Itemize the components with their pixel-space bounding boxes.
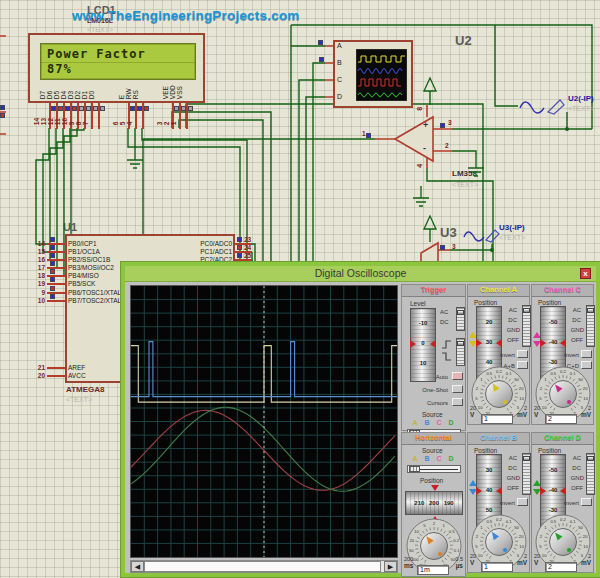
svg-text:0.1: 0.1 [570, 371, 576, 376]
svg-text:0.5: 0.5 [449, 529, 455, 534]
u1-pin-number: 20 [32, 372, 45, 379]
u1-pin-name: PC1/ADC1 [152, 248, 232, 255]
trigger-cursors-button[interactable] [452, 398, 463, 406]
proteus-workspace: www.TheEngineeringProjects.com LCD1 LM01… [0, 0, 600, 578]
u1-pin-number: 9 [32, 289, 45, 296]
channel-a-header: Channel A [480, 285, 517, 294]
state-square [440, 245, 445, 250]
channel-b-invert-button[interactable] [517, 498, 528, 506]
oscilloscope-component[interactable] [333, 40, 413, 108]
oscilloscope-display [130, 285, 398, 558]
svg-text:10: 10 [583, 544, 588, 549]
u3-probe-label: U3(-IP) [499, 224, 525, 233]
horizontal-panel: Horizontal Source ABCD Position 210 200 … [401, 432, 466, 577]
svg-text:20: 20 [583, 386, 588, 391]
svg-text:10: 10 [519, 396, 524, 401]
rising-edge-icon [441, 340, 452, 349]
state-square [319, 57, 324, 62]
u2-probe-placeholder: <TEXT> [568, 105, 594, 113]
u1-pin-number: 18 [32, 272, 45, 279]
svg-text:10: 10 [542, 405, 547, 410]
trigger-edge-toggle[interactable] [456, 338, 465, 366]
state-square [318, 40, 323, 45]
channel-d-header: Channel D [544, 433, 581, 442]
u2-pin2-num: 2 [445, 142, 449, 149]
u1-pin-number: 17 [32, 264, 45, 271]
channel-c-invert-button[interactable] [581, 350, 592, 358]
u1-pin-stub [47, 300, 65, 302]
source-channel-A: A [409, 419, 421, 427]
state-square [50, 245, 55, 250]
u2-probe-icon[interactable] [518, 96, 568, 118]
source-channel-D: D [445, 419, 457, 427]
u1-pin-name: PB2/SS/OC1B [68, 256, 110, 263]
horizontal-source-slider[interactable] [407, 465, 461, 473]
u1-pin-number: 16 [32, 256, 45, 263]
lcd-pin-number: 7 [82, 122, 89, 126]
trigger-coupling-toggle[interactable] [456, 307, 465, 331]
state-square [237, 237, 242, 242]
u2-probe-label: U2(-IP) [568, 95, 594, 104]
u1-pin-stub [47, 375, 65, 377]
channel-a-coupling-toggle[interactable] [522, 305, 531, 347]
svg-text:0.2: 0.2 [496, 517, 502, 522]
u1-pin-number: 23 [244, 236, 251, 243]
svg-text:50: 50 [578, 377, 583, 382]
scope-component-screen [356, 49, 407, 101]
svg-text:10: 10 [519, 544, 524, 549]
source-channel-C: C [433, 419, 445, 427]
channel-b-header: Channel B [480, 433, 517, 442]
trigger-oneshot-label: One-Shot [422, 387, 448, 394]
channel-d-coupling-toggle[interactable] [586, 453, 595, 495]
trigger-level-label: Level [410, 300, 426, 307]
source-channel-B: B [421, 419, 433, 427]
state-square [50, 269, 55, 274]
horizontal-source-channels: ABCD [409, 455, 457, 463]
horizontal-position-dial[interactable]: 210 200 190 [405, 491, 463, 515]
svg-text:20: 20 [519, 386, 524, 391]
u2-plus-sign: + [423, 121, 428, 131]
svg-text:0.1: 0.1 [454, 548, 460, 553]
source-channel-B: B [421, 455, 433, 463]
scroll-right-icon[interactable]: ▶ [384, 561, 397, 572]
svg-text:10: 10 [583, 396, 588, 401]
u3-probe-icon[interactable] [462, 226, 502, 246]
source-channel-A: A [409, 455, 421, 463]
channel-c-coupling-toggle[interactable] [586, 305, 595, 347]
u1-pin-number: 21 [32, 364, 45, 371]
close-icon[interactable]: x [580, 268, 591, 279]
trigger-auto-button[interactable] [452, 372, 463, 380]
svg-text:10: 10 [414, 529, 419, 534]
svg-text:0.2: 0.2 [496, 369, 502, 374]
oscilloscope-window-titlebar[interactable]: Digital Oscilloscope [125, 266, 596, 282]
svg-text:0.1: 0.1 [570, 519, 576, 524]
svg-text:50: 50 [409, 548, 414, 553]
channel-a-invert-button[interactable] [517, 350, 528, 358]
u2-pin8-num: 8 [416, 107, 424, 111]
state-square [50, 277, 55, 282]
trigger-oneshot-button[interactable] [452, 385, 463, 393]
u1-pin-name: PB7/TOSC2/XTAL2 [68, 297, 125, 304]
channel-d-invert-button[interactable] [581, 498, 592, 506]
horizontal-position-label: Position [420, 477, 443, 484]
scope-input-A: A [337, 42, 342, 50]
state-square [440, 123, 445, 128]
svg-text:0.5: 0.5 [550, 371, 556, 376]
state-square [50, 294, 55, 299]
trigger-source-channels: ABCD [409, 419, 457, 427]
trigger-ac-label: AC [440, 309, 448, 316]
u1-pin-name: AREF [68, 364, 85, 371]
scrollbar-thumb[interactable] [144, 561, 381, 572]
trigger-header: Trigger [402, 285, 465, 297]
trigger-level-slider[interactable]: -10 0 10 [410, 308, 436, 382]
display-scrollbar[interactable]: ◀ ▶ [130, 560, 398, 573]
u1-pin-stub [47, 367, 65, 369]
channel-b-coupling-toggle[interactable] [522, 453, 531, 495]
scroll-left-icon[interactable]: ◀ [131, 561, 144, 572]
falling-edge-icon [441, 352, 452, 361]
state-square [237, 253, 242, 258]
svg-text:20: 20 [583, 534, 588, 539]
horizontal-right-scale: 0.5µs [455, 556, 463, 569]
scope-input-D: D [337, 93, 342, 101]
svg-text:0.5: 0.5 [486, 519, 492, 524]
